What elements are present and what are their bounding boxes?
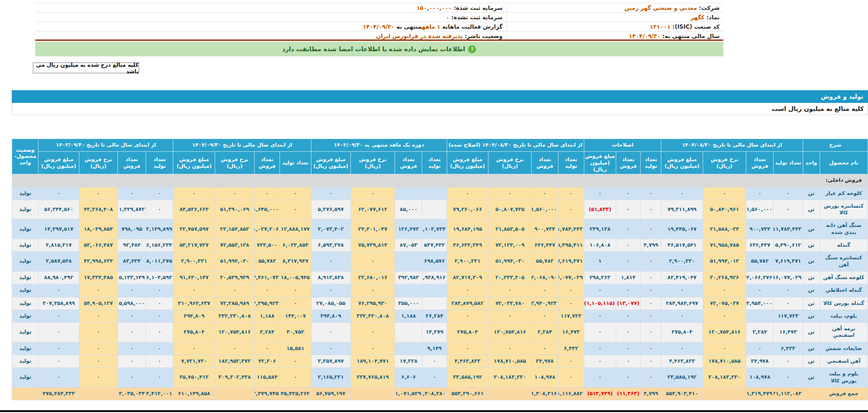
production-sales-table: شرح از ابتدای سال مالی تا تاریخ ۱۴۰۴/۰۸/… [12,139,868,400]
cell-prev_prod: ۷,۶۱۹,۳۷۱ [774,252,803,272]
cell-py_amt: ۴,۸۱۵,۳۱۷ [39,239,79,252]
cell-py_prod: ۰ [146,310,173,322]
table-body: فروش داخلی:کلوخه کم عیارتن۰۰۰۰۰۰۰۰۰۰۰۰۰۰… [12,174,868,400]
cell-m_rate: ۷۶,۲۹۵,۹۳۰ [350,297,395,310]
header-group-current-ytd: از ابتدای سال مالی تا تاریخ ۱۴۰۴/۰۹/۳۰ [173,139,311,152]
cell-prev_amt: ۱۹,۴۴۵,۰۶۷ [661,219,703,239]
header-adj-sales-amount: مبلغ فروش (میلیون ریال) [584,152,616,174]
cell-prev_amt: ۷۹,۳۱۱,۸۹۹ [661,200,703,219]
cell-adj_prod: ۰ [641,342,661,355]
cell-status [12,174,39,187]
cell-py_amt: ۰ [39,323,79,343]
cell-m_amt: ۳۹۴,۸۰۹ [311,310,350,322]
cell-prev_amt: ۲۷۵,۸۰۴ [661,323,703,343]
header-cy-sales-qty: تعداد فروش [255,152,280,174]
cell-adj_prod: ۰ [641,284,661,297]
cell-prev_sold [746,310,774,322]
cell-cy_amt: ۰ [173,342,215,355]
cell-adj_sold: ۰ [616,187,641,200]
cell-py_prod: ۸,۰۱۱,۲۷۵ [146,252,173,272]
symbol-field: نماد: کگهر [506,14,723,21]
cell-rev_rate: ۲۱,۸۵۳,۵۰۵ [488,219,532,239]
cell-rev_prod: ۱۱۷,۷۲۳ [558,310,584,322]
fiscal-year-label: سال مالی منتهی به: [662,33,720,39]
cell-name: بلوم، بیلت [820,310,868,322]
bottom-edge-bar [0,410,868,412]
cell-adj_prod: ۰ [641,323,661,343]
cell-py_sold: ۱,۳۲۹,۸۷۲ [118,200,146,219]
cell-prev_rate: ۱۷۸,۷۱۰,۵۸۵ [703,355,746,368]
cell-m_rate: ۲۲,۶۸۰,۰۱۶ [350,271,395,284]
cell-rev_rate: ۰ [488,187,532,200]
cell-py_amt: ۴۷۵,۴۸۴,۳۳۳ [39,387,79,400]
cell-unit: تن [803,297,820,310]
cell-m_sold: ۸۵,۰۰۰ [395,200,422,219]
cell-rev_sold: ۰ [532,342,558,355]
cell-py_rate: ۰ [79,323,117,343]
registered-capital-label: سرمایه ثبت شده: [454,5,503,11]
header-cy-sales-amount: مبلغ فروش (میلیون ریال) [173,152,215,174]
header-adj-sales-qty: تعداد فروش [616,152,641,174]
cell-py_amt: ۰ [39,368,79,388]
cell-prev_prod: ۱۱,۷۸۴,۴۴۳ [774,219,803,239]
cell-prev_amt: ۰ [661,310,703,322]
cell-rev_sold: ۲۴,۹۷۸ [532,355,558,368]
cell-prev_sold: ۰ [746,187,774,200]
cell-m_amt: ۰ [311,252,350,272]
cell-m_amt: ۳,۲۵۷,۸۹۷ [311,355,350,368]
cell-rev_amt: ۰ [447,342,488,355]
cell-cy_sold: ۵۵,۷۸۲ [255,252,280,272]
cell-py_rate: ۱۸,۰۳۹,۸۵۴ [79,219,117,239]
cell-cy_rate: ۵۱,۳۹۰,۰۶۹ [215,200,254,219]
cell-rev_rate: ۵۰,۸۰۷,۷۳۵ [488,200,532,219]
cell-cy_prod: ۰ [280,368,311,388]
cell-rev_prod: ۴۱,۱۱۶,۸۸۲ [558,387,584,400]
header-month-sales-rate: نرخ فروش (ریال) [350,152,395,174]
cell-py_sold: ۰ [118,368,146,388]
cell-cy_prod: ۴۵,۴۲۵,۲۶۲ [280,387,311,400]
cell-m_sold [395,174,422,187]
cell-py_rate: ۴۲,۹۹۸,۶۳۴ [79,252,117,272]
cell-rev_prod: ۰ [558,368,584,388]
fiscal-year-field: سال مالی منتهی به: ۱۴۰۴/۰۹/۳۰ [506,32,723,40]
cell-cy_sold: ۱,۶۴۵,۰۰۰ [255,200,280,219]
cell-prev_rate: ۰ [703,187,746,200]
cell-rev_amt: ۲۷۵,۸۰۴ [447,323,488,343]
cell-unit [803,387,820,400]
cell-adj_amt: (۱,۱۰۵,۱۱۵) [584,297,616,310]
cell-m_rate: ۰ [350,252,395,272]
cell-cy_amt: ۰ [173,187,215,200]
company-info-table: شرکت: معدني و صنعتي گهر زمين سرمایه ثبت … [35,3,723,41]
cell-prev_amt: ۴,۴۶۳,۸۳۳ [661,355,703,368]
cell-py_amt: ۰ [39,284,79,297]
cell-rev_prod: ۶,۴۳۲ [558,342,584,355]
cell-rev_sold: ۵۵,۷۸۲ [532,252,558,272]
cell-py_amt: ۰ [39,355,79,368]
section-title-production-sales[interactable]: تولید و فروش [12,90,868,103]
cell-prev_sold: ۳,۹۵۴,۰۰۰ [746,297,774,310]
cell-name: سنگ آهن دانه بندي شده [820,219,868,239]
cell-adj_amt: ۰ [584,355,616,368]
cell-py_amt: ۵۶,۳۴۴,۵۶۰ [39,200,79,219]
cell-m_prod [422,174,447,187]
cell-m_rate [350,174,395,187]
cell-name: کلوخه کم عیار [820,187,868,200]
cell-m_rate [350,387,395,400]
cell-name: کنسانتره بورس کالا [820,200,868,219]
cell-rev_sold: ۱,۵۶۰,۰۰۰ [532,200,558,219]
cell-rev_amt: ۰ [447,284,488,297]
cell-rev_prod [558,174,584,187]
cell-rev_sold: ۰ [532,310,558,322]
cell-rev_sold: ۰ [532,187,558,200]
cell-rev_amt: ۳۳,۵۸۵,۱۹۲ [447,368,488,388]
cell-m_prod: ۴,۳۰۸,۳۸۰ [422,387,447,400]
cell-cy_prod: ۰ [280,297,311,310]
cell-rev_sold: ۲,۲۸۴ [532,323,558,343]
cell-unit: تن [803,310,820,322]
header-rev-sales-amount: مبلغ فروش (میلیون ریال) [447,152,488,174]
cell-m_amt: ۸,۹۱۲,۸۳۸ [311,271,350,284]
cell-prev_sold: ۴,۰۶۶,۲۷۶ [746,271,774,284]
cell-cy_prod: ۸,۳۱۷,۹۴۷ [280,252,311,272]
cell-rev_rate: ۰ [488,342,532,355]
cell-cy_sold: ۰ [255,342,280,355]
